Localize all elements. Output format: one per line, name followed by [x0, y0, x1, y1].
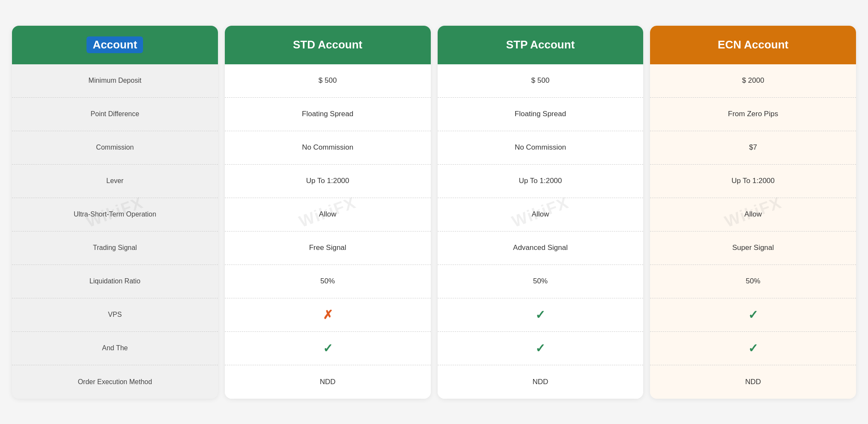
cell-ecn-row-5: Super Signal [650, 232, 856, 265]
cell-std-row-8: ✓ [225, 332, 431, 365]
header-ecn: ECN Account [650, 26, 856, 64]
cell-ecn-row-7: ✓ [650, 298, 856, 332]
column-ecn: WikiFXECN Account$ 2000From Zero Pips$7U… [650, 26, 856, 399]
cell-std-row-1: Floating Spread [225, 98, 431, 131]
cell-account-row-5: Trading Signal [12, 232, 218, 265]
cell-ecn-row-2: $7 [650, 131, 856, 165]
cell-account-row-9: Order Execution Method [12, 365, 218, 399]
cell-account-row-8: And The [12, 332, 218, 365]
cell-ecn-row-9: NDD [650, 365, 856, 399]
header-account: Account [12, 26, 218, 64]
comparison-table: WikiFXAccountMinimum DepositPoint Differ… [9, 22, 859, 402]
cell-ecn-row-4: Allow [650, 198, 856, 232]
cell-std-row-4: Allow [225, 198, 431, 232]
cell-stp-row-6: 50% [438, 265, 644, 298]
check-icon: ✓ [748, 308, 758, 322]
check-icon: ✓ [748, 341, 758, 355]
cell-std-row-3: Up To 1:2000 [225, 165, 431, 198]
cell-stp-row-4: Allow [438, 198, 644, 232]
cell-account-row-7: VPS [12, 298, 218, 332]
cell-ecn-row-6: 50% [650, 265, 856, 298]
cell-std-row-9: NDD [225, 365, 431, 399]
check-icon: ✓ [535, 341, 545, 355]
cell-stp-row-5: Advanced Signal [438, 232, 644, 265]
check-icon: ✓ [323, 341, 333, 355]
cell-account-row-1: Point Difference [12, 98, 218, 131]
cell-stp-row-7: ✓ [438, 298, 644, 332]
cell-account-row-3: Lever [12, 165, 218, 198]
header-label: Account [87, 36, 143, 53]
cell-stp-row-0: $ 500 [438, 64, 644, 98]
column-account: WikiFXAccountMinimum DepositPoint Differ… [12, 26, 218, 399]
cell-std-row-7: ✗ [225, 298, 431, 332]
cell-stp-row-1: Floating Spread [438, 98, 644, 131]
cell-stp-row-3: Up To 1:2000 [438, 165, 644, 198]
cell-account-row-4: Ultra-Short-Term Operation [12, 198, 218, 232]
column-stp: WikiFXSTP Account$ 500Floating SpreadNo … [438, 26, 644, 399]
cell-stp-row-8: ✓ [438, 332, 644, 365]
cell-ecn-row-3: Up To 1:2000 [650, 165, 856, 198]
cross-icon: ✗ [323, 308, 333, 322]
cell-std-row-0: $ 500 [225, 64, 431, 98]
cell-account-row-2: Commission [12, 131, 218, 165]
cell-std-row-6: 50% [225, 265, 431, 298]
header-stp: STP Account [438, 26, 644, 64]
cell-std-row-2: No Commission [225, 131, 431, 165]
cell-account-row-6: Liquidation Ratio [12, 265, 218, 298]
cell-std-row-5: Free Signal [225, 232, 431, 265]
cell-stp-row-9: NDD [438, 365, 644, 399]
column-std: WikiFXSTD Account$ 500Floating SpreadNo … [225, 26, 431, 399]
cell-account-row-0: Minimum Deposit [12, 64, 218, 98]
header-std: STD Account [225, 26, 431, 64]
cell-ecn-row-0: $ 2000 [650, 64, 856, 98]
cell-ecn-row-8: ✓ [650, 332, 856, 365]
check-icon: ✓ [535, 308, 545, 322]
cell-ecn-row-1: From Zero Pips [650, 98, 856, 131]
cell-stp-row-2: No Commission [438, 131, 644, 165]
